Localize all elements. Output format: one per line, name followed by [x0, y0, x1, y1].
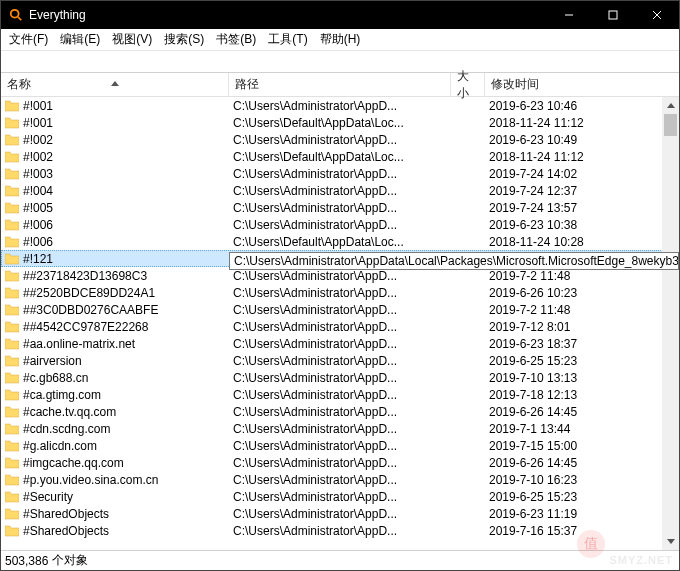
row-path: C:\Users\Administrator\AppD... — [229, 405, 451, 419]
column-name-label: 名称 — [7, 76, 31, 93]
row-modified: 2019-6-23 10:46 — [485, 99, 679, 113]
vertical-scrollbar[interactable] — [662, 97, 679, 550]
folder-icon — [5, 304, 19, 316]
row-name: #Security — [23, 490, 73, 504]
menu-tools[interactable]: 工具(T) — [262, 28, 313, 51]
row-name: #g.alicdn.com — [23, 439, 97, 453]
table-row[interactable]: #!003C:\Users\Administrator\AppD...2019-… — [1, 165, 679, 182]
scroll-up-button[interactable] — [662, 97, 679, 114]
menu-help[interactable]: 帮助(H) — [314, 28, 367, 51]
folder-icon — [5, 372, 19, 384]
sort-ascending-icon — [111, 75, 119, 89]
svg-line-1 — [18, 17, 22, 21]
menu-view[interactable]: 视图(V) — [106, 28, 158, 51]
row-path: C:\Users\Administrator\AppD... — [229, 388, 451, 402]
row-name: #c.gb688.cn — [23, 371, 88, 385]
table-row[interactable]: #!001C:\Users\Administrator\AppD...2019-… — [1, 97, 679, 114]
table-row[interactable]: #airversionC:\Users\Administrator\AppD..… — [1, 352, 679, 369]
row-path: C:\Users\Administrator\AppD... — [229, 490, 451, 504]
row-path: C:\Users\Administrator\AppD... — [229, 473, 451, 487]
folder-icon — [5, 389, 19, 401]
status-suffix: 个对象 — [52, 552, 88, 569]
menu-edit[interactable]: 编辑(E) — [54, 28, 106, 51]
folder-icon — [5, 355, 19, 367]
table-row[interactable]: #!005C:\Users\Administrator\AppD...2019-… — [1, 199, 679, 216]
table-row[interactable]: #cache.tv.qq.comC:\Users\Administrator\A… — [1, 403, 679, 420]
table-row[interactable]: #!004C:\Users\Administrator\AppD...2019-… — [1, 182, 679, 199]
table-row[interactable]: #SharedObjectsC:\Users\Administrator\App… — [1, 505, 679, 522]
row-modified: 2018-11-24 10:28 — [485, 235, 679, 249]
row-name: #!121 — [23, 252, 53, 266]
row-modified: 2019-6-26 14:45 — [485, 456, 679, 470]
column-name[interactable]: 名称 — [1, 73, 229, 96]
status-bar: 503,386 个对象 — [1, 550, 679, 570]
maximize-button[interactable] — [591, 1, 635, 29]
table-row[interactable]: ##4542CC9787E22268C:\Users\Administrator… — [1, 318, 679, 335]
row-name: #aa.online-matrix.net — [23, 337, 135, 351]
menu-file[interactable]: 文件(F) — [3, 28, 54, 51]
table-row[interactable]: #SharedObjectsC:\Users\Administrator\App… — [1, 522, 679, 539]
menu-search[interactable]: 搜索(S) — [158, 28, 210, 51]
folder-icon — [5, 508, 19, 520]
column-modified[interactable]: 修改时间 — [485, 73, 679, 96]
table-row[interactable]: #SecurityC:\Users\Administrator\AppD...2… — [1, 488, 679, 505]
svg-marker-7 — [667, 103, 675, 108]
row-name: ##4542CC9787E22268 — [23, 320, 148, 334]
folder-icon — [5, 168, 19, 180]
row-path: C:\Users\Administrator\AppD... — [229, 184, 451, 198]
row-modified: 2019-7-16 15:37 — [485, 524, 679, 538]
row-modified: 2019-7-15 15:00 — [485, 439, 679, 453]
table-row[interactable]: #cdn.scdng.comC:\Users\Administrator\App… — [1, 420, 679, 437]
folder-icon — [5, 185, 19, 197]
svg-marker-6 — [111, 81, 119, 86]
table-row[interactable]: ##2520BDCE89DD24A1C:\Users\Administrator… — [1, 284, 679, 301]
svg-point-0 — [11, 10, 19, 18]
table-row[interactable]: ##3C0DBD0276CAABFEC:\Users\Administrator… — [1, 301, 679, 318]
row-path: C:\Users\Administrator\AppD... — [229, 337, 451, 351]
folder-icon — [5, 440, 19, 452]
table-row[interactable]: #!002C:\Users\Administrator\AppD...2019-… — [1, 131, 679, 148]
folder-icon — [5, 491, 19, 503]
table-row[interactable]: #c.gb688.cnC:\Users\Administrator\AppD..… — [1, 369, 679, 386]
row-modified: 2019-7-2 11:48 — [485, 269, 679, 283]
row-name: #cdn.scdng.com — [23, 422, 110, 436]
row-name: #!003 — [23, 167, 53, 181]
search-input[interactable] — [1, 51, 679, 72]
table-row[interactable]: #imgcache.qq.comC:\Users\Administrator\A… — [1, 454, 679, 471]
row-path: C:\Users\Administrator\AppD... — [229, 303, 451, 317]
row-name: #SharedObjects — [23, 507, 109, 521]
column-path[interactable]: 路径 — [229, 73, 451, 96]
row-name: #!001 — [23, 116, 53, 130]
row-name: #cache.tv.qq.com — [23, 405, 116, 419]
table-row[interactable]: #p.you.video.sina.com.cnC:\Users\Adminis… — [1, 471, 679, 488]
row-path: C:\Users\Administrator\AppD... — [229, 320, 451, 334]
table-row[interactable]: #!002C:\Users\Default\AppData\Loc...2018… — [1, 148, 679, 165]
menu-bookmarks[interactable]: 书签(B) — [210, 28, 262, 51]
row-modified: 2019-7-1 13:44 — [485, 422, 679, 436]
folder-icon — [5, 270, 19, 282]
row-modified: 2019-6-23 11:19 — [485, 507, 679, 521]
column-path-label: 路径 — [235, 76, 259, 93]
row-path: C:\Users\Default\AppData\Loc... — [229, 150, 451, 164]
row-path: C:\Users\Administrator\AppD... — [229, 507, 451, 521]
table-row[interactable]: #!006C:\Users\Administrator\AppD...2019-… — [1, 216, 679, 233]
row-name: #p.you.video.sina.com.cn — [23, 473, 158, 487]
row-name: #!006 — [23, 235, 53, 249]
row-modified: 2019-6-26 10:23 — [485, 286, 679, 300]
table-row[interactable]: #!001C:\Users\Default\AppData\Loc...2018… — [1, 114, 679, 131]
column-size[interactable]: 大小 — [451, 73, 485, 96]
path-tooltip: C:\Users\Administrator\AppData\Local\Pac… — [229, 252, 679, 270]
row-path: C:\Users\Administrator\AppD... — [229, 99, 451, 113]
table-row[interactable]: #!006C:\Users\Default\AppData\Loc...2018… — [1, 233, 679, 250]
scroll-thumb[interactable] — [664, 114, 677, 136]
row-modified: 2019-7-10 16:23 — [485, 473, 679, 487]
table-row[interactable]: #ca.gtimg.comC:\Users\Administrator\AppD… — [1, 386, 679, 403]
table-row[interactable]: #aa.online-matrix.netC:\Users\Administra… — [1, 335, 679, 352]
table-row[interactable]: #g.alicdn.comC:\Users\Administrator\AppD… — [1, 437, 679, 454]
folder-icon — [5, 338, 19, 350]
title-bar: Everything — [1, 1, 679, 29]
minimize-button[interactable] — [547, 1, 591, 29]
scroll-track[interactable] — [662, 114, 679, 533]
scroll-down-button[interactable] — [662, 533, 679, 550]
close-button[interactable] — [635, 1, 679, 29]
